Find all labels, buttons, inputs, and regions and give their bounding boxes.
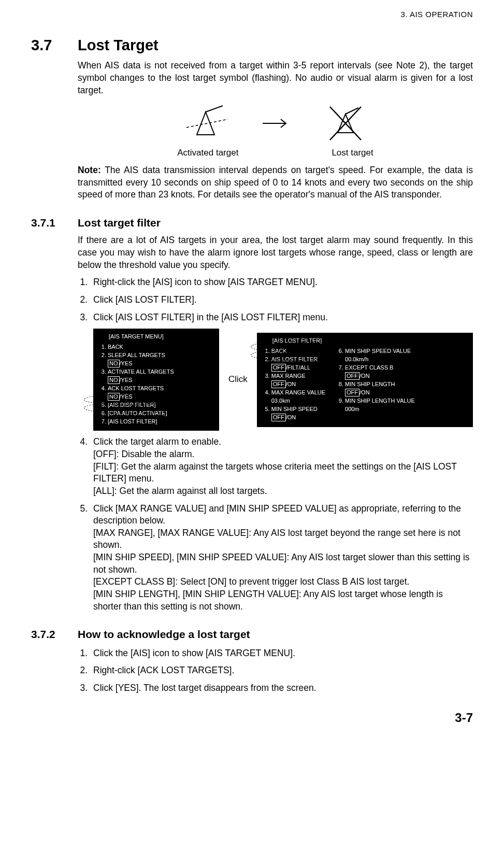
step-5-b: [MAX RANGE], [MAX RANGE VALUE]: Any AIS … xyxy=(93,528,460,550)
ais-target-menu-panel: [AIS TARGET MENU] BACK SLEEP ALL TARGETS… xyxy=(93,329,219,431)
ack-step-3: Click [YES]. The lost target disappears … xyxy=(90,682,473,695)
intro-paragraph: When AIS data is not received from a tar… xyxy=(78,60,473,96)
ack-step-2: Right-click [ACK LOST TARGETS]. xyxy=(90,664,473,677)
svg-line-2 xyxy=(186,119,228,128)
filter-steps: Right-click the [AIS] icon to show [AIS … xyxy=(78,276,473,613)
section-number: 3.7 xyxy=(31,35,78,55)
svg-line-1 xyxy=(206,106,223,112)
step-5-a: Click [MAX RANGE VALUE] and [MIN SHIP SP… xyxy=(93,503,461,526)
step-5: Click [MAX RANGE VALUE] and [MIN SHIP SP… xyxy=(90,503,473,613)
menu-item[interactable]: MIN SHIP LENGTH VALUE000m xyxy=(345,397,415,414)
ack-steps: Click the [AIS] icon to show [AIS TARGET… xyxy=(78,647,473,695)
menu-item[interactable]: EXCEPT CLASS BOFF/ON xyxy=(345,364,415,380)
step-4-c: [FILT]: Get the alarm against the target… xyxy=(93,461,457,484)
step-3: Click [AIS LOST FILTER] in the [AIS LOST… xyxy=(90,311,473,431)
step-1: Right-click the [AIS] icon to show [AIS … xyxy=(90,276,473,289)
note-paragraph: Note: The AIS data transmission interval… xyxy=(78,164,473,201)
step-4-a: Click the target alarm to enable. xyxy=(93,436,221,447)
menu-item[interactable]: MAX RANGE VALUE03.0km xyxy=(271,389,325,405)
page-number: 3-7 xyxy=(31,710,473,726)
step-4-d: [ALL]: Get the alarm against all lost ta… xyxy=(93,486,267,496)
step-5-c: [MIN SHIP SPEED], [MIN SHIP SPEED VALUE]… xyxy=(93,552,470,575)
menu-item[interactable]: MIN SHIP SPEEDOFF/ON xyxy=(271,405,325,422)
subsection-number: 3.7.2 xyxy=(31,627,78,642)
subsection-number: 3.7.1 xyxy=(31,216,78,230)
step-5-e: [MIN SHIP LENGTH], [MIN SHIP LENGTH VALU… xyxy=(93,589,443,612)
figure-caption-lost: Lost target xyxy=(332,147,373,159)
figure-caption-activated: Activated target xyxy=(177,147,238,159)
step-4: Click the target alarm to enable. [OFF]:… xyxy=(90,436,473,497)
click-label: Click xyxy=(228,374,248,386)
target-symbol-figure xyxy=(78,103,473,144)
step-4-b: [OFF]: Disable the alarm. xyxy=(93,449,194,459)
section-title: Lost Target xyxy=(78,35,159,55)
lost-target-icon xyxy=(312,103,379,144)
menu-item[interactable]: ACTIVATE ALL TARGETSNO/YES xyxy=(108,368,214,385)
menu-item[interactable]: SLEEP ALL TARGETSNO/YES xyxy=(108,351,214,368)
activated-target-icon xyxy=(172,103,239,144)
note-label: Note: xyxy=(78,165,101,175)
menu-left-title: [AIS TARGET MENU] xyxy=(109,333,214,341)
step-5-d: [EXCEPT CLASS B]: Select [ON] to prevent… xyxy=(93,576,409,587)
menu-item[interactable]: MIN SHIP LENGTHOFF/ON xyxy=(345,380,415,397)
menu-item[interactable]: MIN SHIP SPEED VALUE00.0km/h xyxy=(345,347,415,364)
subsection-title: How to acknowledge a lost target xyxy=(78,627,250,642)
subsection-title: Lost target filter xyxy=(78,216,161,230)
menu-item[interactable]: MAX RANGEOFF/ON xyxy=(271,372,325,389)
ack-step-1: Click the [AIS] icon to show [AIS TARGET… xyxy=(90,647,473,660)
menu-item[interactable]: BACK xyxy=(108,343,214,351)
filter-intro: If there are a lot of AIS targets in you… xyxy=(78,234,473,271)
menu-item[interactable]: [AIS LOST FILTER] xyxy=(108,418,214,426)
step-3-text: Click [AIS LOST FILTER] in the [AIS LOST… xyxy=(93,312,328,322)
chapter-header: 3. AIS OPERATION xyxy=(31,0,473,20)
note-text: The AIS data transmission interval depen… xyxy=(78,165,473,200)
arrow-icon xyxy=(260,103,291,144)
ais-lost-filter-panel: [AIS LOST FILTER] BACK AIS LOST FILTEROF… xyxy=(257,333,473,427)
step-2: Click [AIS LOST FILTER]. xyxy=(90,294,473,306)
